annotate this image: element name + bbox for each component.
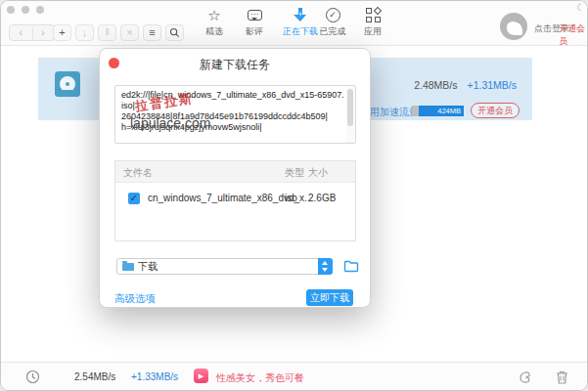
save-path-select[interactable]: 下载	[116, 258, 333, 275]
nav-button-group: ‹ ›	[9, 24, 55, 41]
scrollbar[interactable]	[346, 87, 354, 143]
scrollbar-thumb[interactable]	[347, 89, 353, 126]
url-textarea[interactable]: ed2k://|file|cn_windows_7_ultimate_x86_d…	[114, 85, 356, 144]
tab-reviews[interactable]: ⋯ 影评	[235, 7, 274, 38]
folder-icon	[122, 263, 134, 271]
column-type: 类型	[285, 166, 304, 180]
bird-outline-icon[interactable]	[518, 369, 533, 385]
iso-file-icon	[55, 71, 80, 97]
ad-link[interactable]: 性感美女，秀色可餐	[216, 371, 304, 385]
chevron-up-icon	[322, 261, 328, 265]
select-stepper[interactable]	[318, 258, 333, 275]
file-size: 2.6GB	[308, 193, 336, 203]
vip-link[interactable]: 开通会员	[559, 22, 587, 48]
tab-apps-label: 应用	[354, 25, 391, 38]
download-arrow-icon	[294, 8, 307, 22]
tab-reviews-label: 影评	[235, 25, 274, 38]
pause-button[interactable]: ‖	[98, 24, 116, 41]
resume-button[interactable]: ↓	[75, 24, 94, 41]
dialog-title: 新建下载任务	[100, 57, 370, 73]
apps-grid-icon	[366, 8, 381, 22]
open-vip-button[interactable]: 开通会员	[471, 103, 520, 118]
search-button[interactable]	[165, 24, 184, 41]
night-mode-icon[interactable]: ☾	[576, 2, 585, 13]
total-speed: 2.54MB/s	[74, 371, 115, 382]
app-window: ‹ › + ↓ ‖ × ≡ ☆ 精选 ⋯ 影评	[0, 0, 588, 391]
file-row[interactable]: ✓ cn_windows_7_ultimate_x86_dvd_x... iso…	[115, 183, 355, 212]
zoom-window-icon[interactable]	[36, 6, 44, 14]
close-window-icon[interactable]	[7, 6, 15, 14]
file-checkbox[interactable]: ✓	[128, 193, 140, 204]
statusbar: 2.54MB/s +1.33MB/s ▶ 性感美女，秀色可餐	[1, 362, 587, 390]
tab-completed-label: 已完成	[311, 25, 354, 38]
task-speed: 2.48MB/s	[414, 79, 457, 91]
new-task-dialog: 新建下载任务 ed2k://|file|cn_windows_7_ultimat…	[99, 48, 371, 308]
check-circle-icon: ✓	[326, 8, 340, 22]
tab-apps[interactable]: 应用	[354, 7, 391, 38]
column-filename: 文件名	[123, 166, 153, 180]
back-button[interactable]: ‹	[10, 25, 32, 40]
boost-speed: +1.33MB/s	[131, 371, 178, 382]
tab-completed[interactable]: ✓ 已完成	[311, 7, 354, 38]
tab-featured[interactable]: ☆ 精选	[195, 7, 234, 38]
add-task-button[interactable]: +	[53, 24, 71, 41]
chevron-down-icon	[322, 268, 328, 272]
download-now-button[interactable]: 立即下载	[306, 289, 353, 306]
forward-button[interactable]: ›	[32, 25, 55, 40]
comment-icon: ⋯	[248, 10, 262, 21]
advanced-options-link[interactable]: 高级选项	[114, 292, 156, 306]
tab-featured-label: 精选	[195, 25, 234, 38]
trash-icon[interactable]	[555, 369, 569, 385]
bird-logo-icon	[507, 22, 522, 35]
site-watermark: lapulace.com	[130, 115, 211, 131]
traffic-progressbar: 424MB	[412, 106, 464, 116]
list-view-button[interactable]: ≡	[143, 24, 161, 41]
browse-folder-button[interactable]	[343, 259, 359, 274]
minimize-window-icon[interactable]	[22, 6, 29, 14]
file-list: 文件名 类型 大小 ✓ cn_windows_7_ultimate_x86_dv…	[114, 160, 356, 241]
delete-task-button[interactable]: ×	[120, 24, 139, 41]
avatar[interactable]	[500, 13, 527, 40]
search-icon	[169, 27, 180, 38]
file-type: iso	[285, 193, 297, 203]
traffic-value: 424MB	[419, 106, 464, 116]
column-size: 大小	[308, 166, 328, 180]
live-app-icon[interactable]: ▶	[194, 369, 208, 383]
star-icon: ☆	[207, 8, 220, 22]
titlebar: ‹ › + ↓ ‖ × ≡ ☆ 精选 ⋯ 影评	[1, 1, 587, 46]
folder-outline-icon	[343, 259, 359, 273]
clock-icon	[25, 369, 40, 384]
save-path-value: 下载	[138, 259, 158, 274]
task-boost-speed: +1.31MB/s	[468, 79, 518, 91]
file-list-header: 文件名 类型 大小	[115, 161, 355, 183]
